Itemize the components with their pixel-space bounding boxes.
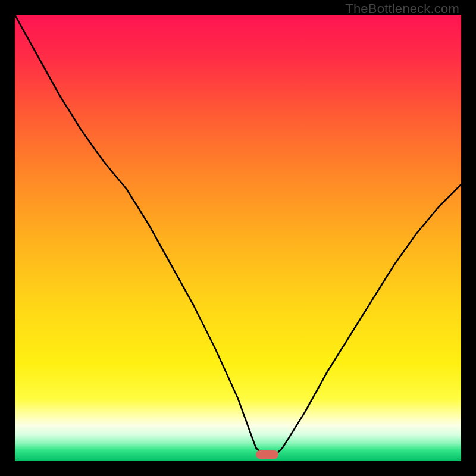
- chart-frame: TheBottleneck.com: [0, 0, 476, 476]
- optimum-marker: [256, 450, 278, 459]
- plot-area: [15, 15, 461, 461]
- watermark-text: TheBottleneck.com: [345, 1, 459, 17]
- bottleneck-curve: [15, 15, 461, 461]
